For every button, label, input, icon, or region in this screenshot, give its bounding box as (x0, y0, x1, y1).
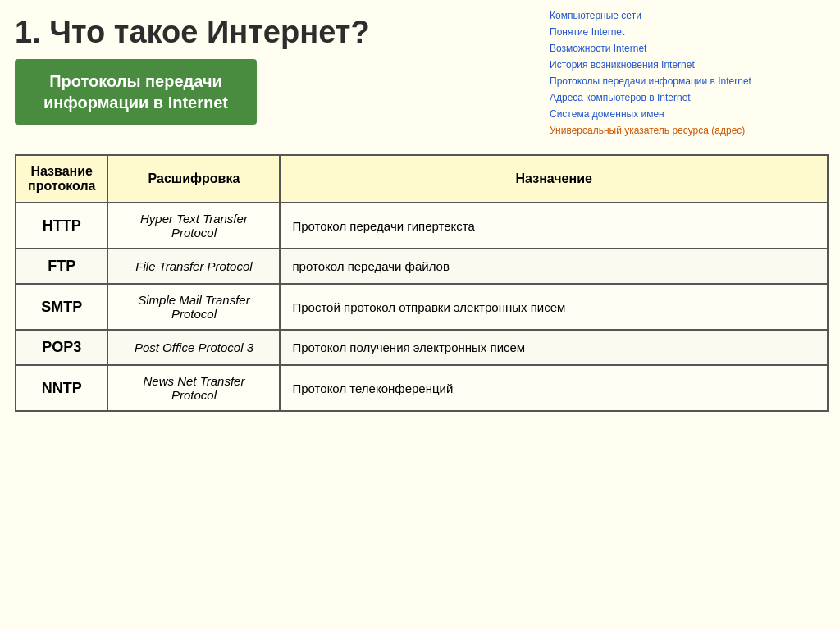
protocol-name-1: FTP (16, 249, 107, 284)
protocol-decode-4: News Net Transfer Protocol (107, 365, 280, 411)
col-header-desc: Назначение (280, 155, 828, 203)
page-title: 1. Что такое Интернет? (15, 15, 370, 50)
protocol-name-0: HTTP (16, 203, 107, 249)
protocol-desc-2: Простой протокол отправки электронных пи… (280, 284, 828, 330)
col-header-decode: Расшифровка (107, 155, 280, 203)
nav-item-2[interactable]: Возможности Internet (550, 41, 829, 56)
table-row: SMTPSimple Mail Transfer ProtocolПростой… (16, 284, 828, 330)
protocol-name-3: POP3 (16, 330, 107, 365)
table-row: POP3Post Office Protocol 3Протокол получ… (16, 330, 828, 365)
banner-text: Протоколы передачи информации в Internet (30, 71, 242, 113)
table-body: HTTPHyper Text Transfer ProtocolПротокол… (16, 203, 828, 411)
protocol-decode-1: File Transfer Protocol (107, 249, 280, 284)
protocol-desc-1: протокол передачи файлов (280, 249, 828, 284)
protocol-decode-2: Simple Mail Transfer Protocol (107, 284, 280, 330)
banner: Протоколы передачи информации в Internet (15, 59, 257, 125)
protocols-table: Название протокола Расшифровка Назначени… (15, 154, 829, 412)
protocol-desc-3: Протокол получения электронных писем (280, 330, 828, 365)
nav-item-0[interactable]: Компьютерные сети (550, 8, 829, 23)
protocol-desc-0: Протокол передачи гипертекста (280, 203, 828, 249)
col-header-name: Название протокола (16, 155, 107, 203)
protocol-desc-4: Протокол телеконференций (280, 365, 828, 411)
banner-line1: Протоколы передачи (49, 72, 222, 90)
table-row: HTTPHyper Text Transfer ProtocolПротокол… (16, 203, 828, 249)
nav-links: Компьютерные сетиПонятие InternetВозможн… (550, 8, 829, 138)
table-row: FTPFile Transfer Protocolпротокол переда… (16, 249, 828, 284)
table-row: NNTPNews Net Transfer ProtocolПротокол т… (16, 365, 828, 411)
nav-item-6[interactable]: Система доменных имен (550, 107, 829, 121)
nav-item-4[interactable]: Протоколы передачи информации в Internet (550, 74, 829, 89)
nav-item-7[interactable]: Универсальный указатель ресурса (адрес) (550, 123, 829, 138)
protocol-decode-3: Post Office Protocol 3 (107, 330, 280, 365)
table-header-row: Название протокола Расшифровка Назначени… (16, 155, 828, 203)
protocol-decode-0: Hyper Text Transfer Protocol (107, 203, 280, 249)
nav-item-3[interactable]: История возникновения Internet (550, 57, 829, 72)
protocols-table-wrapper: Название протокола Расшифровка Назначени… (15, 154, 829, 622)
protocol-name-2: SMTP (16, 284, 107, 330)
nav-item-5[interactable]: Адреса компьютеров в Internet (550, 90, 829, 105)
protocol-name-4: NNTP (16, 365, 107, 411)
banner-line2: информации в Internet (43, 94, 228, 112)
nav-item-1[interactable]: Понятие Internet (550, 25, 829, 39)
